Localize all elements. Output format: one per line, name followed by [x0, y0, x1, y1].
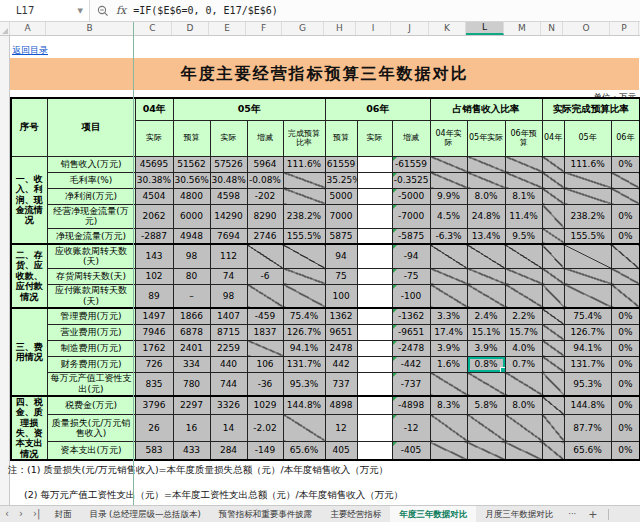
table-cell[interactable] — [564, 188, 611, 204]
table-cell[interactable]: 6878 — [173, 324, 210, 340]
table-cell[interactable]: -459 — [247, 308, 283, 324]
table-cell[interactable]: 112 — [210, 244, 247, 268]
table-cell[interactable]: 2746 — [247, 228, 283, 244]
table-cell[interactable] — [467, 414, 505, 441]
table-cell[interactable] — [611, 244, 640, 268]
tab-nav-icon-1[interactable]: › — [14, 506, 28, 522]
table-cell[interactable]: 0% — [611, 414, 640, 441]
table-cell[interactable]: 75.4% — [564, 308, 611, 324]
column-letter-N[interactable]: N — [541, 22, 563, 35]
table-cell[interactable] — [542, 356, 564, 372]
table-cell[interactable] — [564, 284, 611, 308]
header-year-04[interactable]: 04年 — [135, 98, 173, 120]
table-cell[interactable] — [467, 268, 505, 284]
table-cell[interactable] — [505, 372, 542, 396]
table-cell[interactable]: 0% — [611, 442, 640, 460]
table-cell[interactable]: 6000 — [173, 204, 210, 228]
table-cell[interactable]: -100 — [392, 284, 430, 308]
table-cell[interactable] — [357, 442, 392, 460]
column-letter-M[interactable]: M — [504, 22, 541, 35]
table-cell[interactable]: -2887 — [135, 228, 173, 244]
table-cell[interactable]: 95.3% — [564, 372, 611, 396]
header-year-05[interactable]: 05年 — [173, 98, 325, 120]
table-cell[interactable] — [542, 172, 564, 188]
table-cell[interactable]: 2062 — [135, 204, 173, 228]
table-cell[interactable] — [611, 172, 640, 188]
row-label[interactable]: 制造费用(万元) — [47, 340, 135, 356]
table-cell[interactable]: 0% — [611, 340, 640, 356]
table-cell[interactable]: -7000 — [392, 204, 430, 228]
table-cell[interactable]: – — [173, 284, 210, 308]
header-sub[interactable]: 增减 — [392, 120, 430, 156]
table-cell[interactable]: 102 — [135, 268, 173, 284]
table-cell[interactable] — [283, 244, 325, 268]
header-sub[interactable]: 05年实际 — [467, 120, 505, 156]
table-cell[interactable] — [467, 284, 505, 308]
table-cell[interactable]: 0% — [611, 156, 640, 172]
table-cell[interactable]: 442 — [325, 356, 357, 372]
table-cell[interactable] — [247, 284, 283, 308]
table-cell[interactable]: -149 — [247, 442, 283, 460]
table-cell[interactable] — [542, 268, 564, 284]
table-cell[interactable]: 1866 — [173, 308, 210, 324]
table-cell[interactable]: -405 — [392, 442, 430, 460]
table-cell[interactable] — [542, 284, 564, 308]
table-cell[interactable]: -2478 — [392, 340, 430, 356]
column-letter-I[interactable]: I — [356, 22, 391, 35]
table-cell[interactable]: 126.7% — [283, 324, 325, 340]
table-cell[interactable] — [611, 284, 640, 308]
table-cell[interactable]: 8715 — [210, 324, 247, 340]
table-cell[interactable]: 744 — [210, 372, 247, 396]
table-cell[interactable]: 14 — [210, 414, 247, 441]
table-cell[interactable]: 87.7% — [564, 414, 611, 441]
table-cell[interactable] — [357, 156, 392, 172]
row-label[interactable]: 财务费用(万元) — [47, 356, 135, 372]
row-label[interactable]: 管理费用(万元) — [47, 308, 135, 324]
tab-nav-icon-2[interactable]: ›| — [28, 506, 45, 522]
header-sub[interactable]: 04年 — [542, 120, 564, 156]
table-cell[interactable] — [430, 372, 467, 396]
sheet-tab[interactable]: 主要经营指标 — [321, 506, 390, 522]
table-cell[interactable] — [430, 284, 467, 308]
table-cell[interactable]: 4948 — [173, 228, 210, 244]
table-cell[interactable] — [357, 396, 392, 414]
table-cell[interactable] — [430, 156, 467, 172]
table-cell[interactable] — [505, 414, 542, 441]
table-cell[interactable] — [542, 228, 564, 244]
table-cell[interactable] — [430, 244, 467, 268]
table-cell[interactable]: 65.6% — [283, 442, 325, 460]
table-cell[interactable] — [357, 340, 392, 356]
table-cell[interactable]: -75 — [392, 268, 430, 284]
table-cell[interactable]: -0.3525 — [392, 172, 430, 188]
tab-nav-icon-0[interactable]: ‹ — [0, 506, 14, 522]
header-sub[interactable]: 增减 — [247, 120, 283, 156]
table-cell[interactable] — [357, 324, 392, 340]
row-label[interactable]: 应付账款周转天数(天) — [47, 284, 135, 308]
header-ratio-sales[interactable]: 占销售收入比率 — [430, 98, 542, 120]
table-cell[interactable]: 15.7% — [505, 324, 542, 340]
table-cell[interactable]: 30.48% — [210, 172, 247, 188]
table-cell[interactable] — [467, 372, 505, 396]
column-letter-H[interactable]: H — [324, 22, 356, 35]
table-cell[interactable]: 3796 — [135, 396, 173, 414]
table-cell[interactable]: 13.4% — [467, 228, 505, 244]
table-cell[interactable]: 94 — [325, 244, 357, 268]
table-cell[interactable]: 1.6% — [430, 356, 467, 372]
header-seq[interactable]: 序号 — [11, 98, 47, 156]
header-sub[interactable]: 实际 — [210, 120, 247, 156]
table-cell[interactable] — [467, 442, 505, 460]
header-sub[interactable]: 实际 — [135, 120, 173, 156]
table-cell[interactable]: 238.2% — [283, 204, 325, 228]
table-cell[interactable]: 75 — [325, 268, 357, 284]
table-cell[interactable]: 89 — [135, 284, 173, 308]
table-cell[interactable]: 30.56% — [173, 172, 210, 188]
table-cell[interactable] — [505, 244, 542, 268]
table-cell[interactable]: -737 — [392, 372, 430, 396]
table-cell[interactable]: 8.1% — [505, 188, 542, 204]
table-cell[interactable]: 7946 — [135, 324, 173, 340]
table-cell[interactable]: -2.02 — [247, 414, 283, 441]
table-cell[interactable]: 15.1% — [467, 324, 505, 340]
table-cell[interactable] — [542, 442, 564, 460]
header-sub[interactable]: 06年预算 — [505, 120, 542, 156]
table-cell[interactable]: 94.1% — [564, 340, 611, 356]
